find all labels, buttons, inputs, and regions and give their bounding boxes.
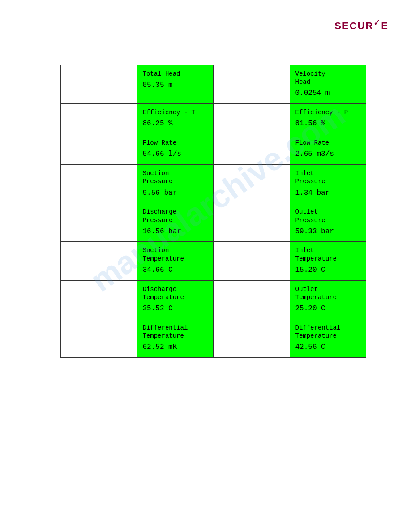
discharge-pressure-cell: DischargePressure 16.56 bar: [137, 203, 214, 242]
table-row: Efficiency - T 86.25 % Efficiency - P 81…: [61, 104, 366, 134]
flow-rate-m3s-cell: Flow Rate 2.65 m3/s: [290, 134, 366, 165]
empty-cell: [214, 203, 290, 242]
empty-cell: [214, 242, 290, 280]
empty-cell: [214, 165, 290, 203]
logo-text: SECUR✓E: [334, 18, 389, 32]
discharge-temp-label: DischargeTemperature: [143, 285, 208, 301]
outlet-temp-label: OutletTemperature: [295, 285, 361, 301]
inlet-temp-value: 15.20 C: [295, 266, 361, 275]
efficiency-t-cell: Efficiency - T 86.25 %: [137, 104, 214, 134]
data-table: Total Head 85.35 m VelocityHead 0.0254 m…: [60, 65, 366, 358]
empty-cell: [61, 319, 137, 357]
outlet-pressure-label: OutletPressure: [295, 208, 361, 224]
efficiency-p-label: Efficiency - P: [295, 108, 361, 116]
velocity-head-value: 0.0254 m: [295, 89, 361, 98]
flow-rate-ls-value: 54.66 l/s: [143, 150, 208, 159]
empty-cell: [214, 280, 290, 319]
suction-pressure-cell: SuctionPressure 9.56 bar: [137, 165, 214, 203]
suction-temp-cell: SuctionTemperature 34.66 C: [137, 242, 214, 280]
table-row: Flow Rate 54.66 l/s Flow Rate 2.65 m3/s: [61, 134, 366, 165]
outlet-temp-cell: OutletTemperature 25.20 C: [290, 280, 366, 319]
total-head-value: 85.35 m: [143, 81, 208, 90]
diff-temp-right-label: DifferentialTemperature: [295, 324, 361, 340]
table-row: DischargePressure 16.56 bar OutletPressu…: [61, 203, 366, 242]
empty-cell: [61, 134, 137, 165]
table-row: SuctionTemperature 34.66 C InletTemperat…: [61, 242, 366, 280]
outlet-temp-value: 25.20 C: [295, 304, 361, 313]
empty-cell: [61, 242, 137, 280]
table-row: Total Head 85.35 m VelocityHead 0.0254 m: [61, 65, 366, 104]
empty-cell: [61, 165, 137, 203]
outlet-pressure-cell: OutletPressure 59.33 bar: [290, 203, 366, 242]
outlet-pressure-value: 59.33 bar: [295, 227, 361, 236]
diff-temp-left-cell: DifferentialTemperature 62.52 mK: [137, 319, 214, 357]
flow-rate-m3s-label: Flow Rate: [295, 139, 361, 147]
table-row: SuctionPressure 9.56 bar InletPressure 1…: [61, 165, 366, 203]
inlet-pressure-value: 1.34 bar: [295, 189, 361, 198]
discharge-temp-value: 35.52 C: [143, 304, 208, 313]
efficiency-p-cell: Efficiency - P 81.56 %: [290, 104, 366, 134]
total-head-label: Total Head: [143, 70, 208, 78]
discharge-temp-cell: DischargeTemperature 35.52 C: [137, 280, 214, 319]
efficiency-p-value: 81.56 %: [295, 119, 361, 129]
inlet-temp-cell: InletTemperature 15.20 C: [290, 242, 366, 280]
empty-cell: [214, 319, 290, 357]
empty-cell: [214, 134, 290, 165]
table-row: DifferentialTemperature 62.52 mK Differe…: [61, 319, 366, 357]
suction-pressure-label: SuctionPressure: [143, 169, 208, 185]
empty-cell: [61, 104, 137, 134]
flow-rate-ls-cell: Flow Rate 54.66 l/s: [137, 134, 214, 165]
empty-cell: [214, 104, 290, 134]
table-row: DischargeTemperature 35.52 C OutletTempe…: [61, 280, 366, 319]
efficiency-t-value: 86.25 %: [143, 119, 208, 129]
flow-rate-m3s-value: 2.65 m3/s: [295, 150, 361, 159]
suction-temp-value: 34.66 C: [143, 266, 208, 275]
discharge-pressure-label: DischargePressure: [143, 208, 208, 224]
data-table-container: Total Head 85.35 m VelocityHead 0.0254 m…: [60, 65, 366, 358]
discharge-pressure-value: 16.56 bar: [143, 227, 208, 236]
velocity-head-label: VelocityHead: [295, 70, 361, 86]
diff-temp-right-value: 42.56 C: [295, 343, 361, 352]
total-head-cell: Total Head 85.35 m: [137, 65, 214, 104]
suction-temp-label: SuctionTemperature: [143, 246, 208, 262]
inlet-pressure-cell: InletPressure 1.34 bar: [290, 165, 366, 203]
empty-cell: [61, 203, 137, 242]
diff-temp-left-value: 62.52 mK: [143, 343, 208, 352]
efficiency-t-label: Efficiency - T: [143, 108, 208, 116]
inlet-pressure-label: InletPressure: [295, 169, 361, 185]
inlet-temp-label: InletTemperature: [295, 246, 361, 262]
logo: SECUR✓E: [334, 18, 389, 32]
empty-cell: [61, 65, 137, 104]
diff-temp-left-label: DifferentialTemperature: [143, 324, 208, 340]
flow-rate-ls-label: Flow Rate: [143, 139, 208, 147]
empty-cell: [214, 65, 290, 104]
diff-temp-right-cell: DifferentialTemperature 42.56 C: [290, 319, 366, 357]
velocity-head-cell: VelocityHead 0.0254 m: [290, 65, 366, 104]
empty-cell: [61, 280, 137, 319]
suction-pressure-value: 9.56 bar: [143, 189, 208, 198]
